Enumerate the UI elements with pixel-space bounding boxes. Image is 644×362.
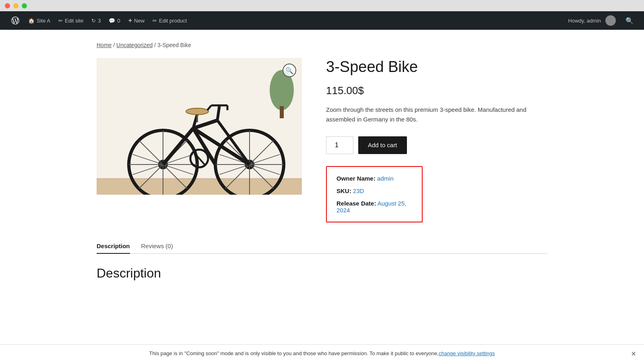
product-image: 🔍 — [97, 58, 302, 195]
product-image-wrap: 🔍 — [97, 58, 302, 195]
wp-logo-icon[interactable] — [6, 11, 24, 30]
sku-row: SKU: 23D — [336, 187, 412, 194]
mac-close-dot[interactable] — [5, 3, 10, 8]
search-icon: 🔍 — [625, 17, 634, 25]
product-description: Zoom through the streets on this premium… — [326, 105, 547, 124]
sku-value[interactable]: 23D — [353, 187, 364, 194]
admin-bar-new[interactable]: + New — [124, 11, 149, 30]
admin-bar-search[interactable]: 🔍 — [621, 11, 638, 30]
svg-rect-0 — [97, 58, 302, 179]
product-layout: 🔍 3-Speed Bike 115.00$ Zoom through the … — [97, 58, 547, 222]
owner-row: Owner Name: admin — [336, 175, 412, 182]
admin-bar-howdy[interactable]: Howdy, admin — [564, 11, 620, 30]
admin-bar-comments[interactable]: 💬 0 — [105, 11, 124, 30]
admin-bar-edit-site[interactable]: ✏ Edit site — [54, 11, 87, 30]
edit-site-icon: ✏ — [58, 18, 63, 24]
breadcrumb-sep2: / — [154, 42, 157, 48]
add-to-cart-button[interactable]: Add to cart — [358, 136, 407, 154]
admin-bar: 🏠 Site A ✏ Edit site ↻ 3 💬 0 + New ✏ Edi… — [0, 11, 644, 30]
cart-row: Add to cart — [326, 136, 547, 154]
tab-description[interactable]: Description — [97, 239, 130, 253]
updates-icon: ↻ — [91, 18, 96, 24]
tabs-section: Description Reviews (0) Description — [97, 239, 547, 281]
breadcrumb: Home / Uncategorized / 3-Speed Bike — [97, 42, 547, 48]
breadcrumb-current: 3-Speed Bike — [157, 42, 191, 48]
new-plus-icon: + — [128, 17, 132, 24]
admin-bar-right: Howdy, admin 🔍 — [564, 11, 638, 30]
product-info: 3-Speed Bike 115.00$ Zoom through the st… — [326, 58, 547, 222]
edit-product-icon: ✏ — [153, 18, 157, 24]
comments-icon: 💬 — [109, 18, 115, 24]
release-row: Release Date: August 25, 2024 — [336, 200, 412, 214]
page-content: Home / Uncategorized / 3-Speed Bike — [80, 30, 564, 305]
bike-svg — [97, 58, 302, 195]
admin-bar-updates[interactable]: ↻ 3 — [87, 11, 105, 30]
description-section-title: Description — [97, 266, 547, 281]
svg-point-28 — [186, 108, 208, 115]
tab-reviews[interactable]: Reviews (0) — [141, 239, 173, 253]
quantity-input[interactable] — [326, 136, 353, 154]
owner-value[interactable]: admin — [377, 175, 394, 182]
site-icon: 🏠 — [28, 18, 35, 24]
release-label: Release Date: — [336, 200, 376, 207]
admin-bar-edit-product[interactable]: ✏ Edit product — [149, 11, 191, 30]
sku-label: SKU: — [336, 187, 351, 194]
magnify-icon: 🔍 — [285, 67, 293, 74]
product-meta-box: Owner Name: admin SKU: 23D Release Date:… — [326, 166, 423, 222]
mac-title-bar — [0, 0, 644, 11]
product-price: 115.00$ — [326, 84, 547, 97]
svg-rect-4 — [280, 106, 284, 118]
svg-line-30 — [217, 106, 219, 120]
owner-label: Owner Name: — [336, 175, 376, 182]
admin-avatar — [605, 15, 616, 26]
breadcrumb-category[interactable]: Uncategorized — [116, 42, 153, 48]
mac-minimize-dot[interactable] — [13, 3, 19, 8]
admin-bar-site[interactable]: 🏠 Site A — [24, 11, 54, 30]
tabs-nav: Description Reviews (0) — [97, 239, 547, 254]
mac-maximize-dot[interactable] — [22, 3, 27, 8]
breadcrumb-home[interactable]: Home — [97, 42, 111, 48]
zoom-icon[interactable]: 🔍 — [283, 64, 296, 77]
breadcrumb-sep1: / — [113, 42, 116, 48]
product-title: 3-Speed Bike — [326, 58, 547, 76]
